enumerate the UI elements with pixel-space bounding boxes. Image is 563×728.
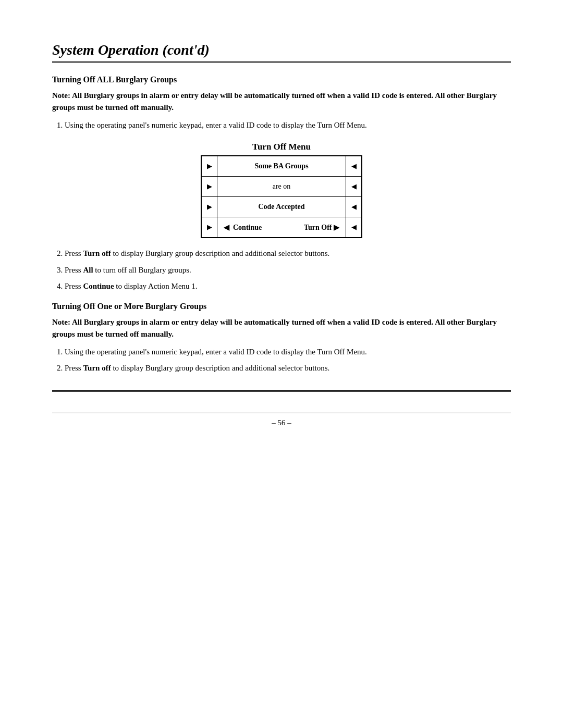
menu-row-content-1: Some BA Groups <box>217 159 346 173</box>
section2-note: Note: All Burglary groups in alarm or en… <box>52 316 511 340</box>
left-arrow-4: ▶ <box>202 217 217 237</box>
section1-note: Note: All Burglary groups in alarm or en… <box>52 90 511 113</box>
list-item: Using the operating panel's numeric keyp… <box>65 119 511 131</box>
list-item: Using the operating panel's numeric keyp… <box>65 346 511 358</box>
left-arrow-2: ▶ <box>202 177 217 196</box>
section1-steps: Using the operating panel's numeric keyp… <box>65 119 511 131</box>
menu-row-4: ▶ ◀ Continue Turn Off ▶ ◀ <box>202 217 361 237</box>
menu-bottom-content: ◀ Continue Turn Off ▶ <box>217 223 346 232</box>
turnoff-label: Turn Off ▶ <box>304 223 339 232</box>
double-rule <box>52 390 511 392</box>
menu-box: ▶ Some BA Groups ◀ ▶ are on ◀ ▶ Code Acc… <box>201 155 362 238</box>
left-arrow-3: ▶ <box>202 197 217 217</box>
list-item: Press Turn off to display Burglary group… <box>65 362 511 374</box>
right-arrow-4: ◀ <box>346 217 361 237</box>
menu-row-2: ▶ are on ◀ <box>202 177 361 197</box>
page-title: System Operation (cont'd) <box>52 42 511 63</box>
turn-off-menu: Turn Off Menu ▶ Some BA Groups ◀ ▶ are o… <box>52 142 511 238</box>
turn-off-menu-title: Turn Off Menu <box>52 142 511 152</box>
right-arrow-3: ◀ <box>346 197 361 217</box>
section2-steps: Using the operating panel's numeric keyp… <box>65 346 511 375</box>
list-item: Press Turn off to display Burglary group… <box>65 248 511 260</box>
left-arrow-1: ▶ <box>202 156 217 176</box>
section1-heading: Turning Off ALL Burglary Groups <box>52 75 511 84</box>
page-number: – 56 – <box>272 418 291 427</box>
menu-row-content-2: are on <box>217 180 346 193</box>
menu-row-1: ▶ Some BA Groups ◀ <box>202 156 361 177</box>
section1-steps-continued: Press Turn off to display Burglary group… <box>65 248 511 292</box>
continue-label: ◀ Continue <box>224 223 262 232</box>
list-item: Press Continue to display Action Menu 1. <box>65 280 511 292</box>
menu-row-content-3: Code Accepted <box>217 200 346 214</box>
right-arrow-2: ◀ <box>346 177 361 196</box>
section2-heading: Turning Off One or More Burglary Groups <box>52 302 511 311</box>
page-footer: – 56 – <box>52 413 511 427</box>
menu-row-3: ▶ Code Accepted ◀ <box>202 197 361 217</box>
list-item: Press All to turn off all Burglary group… <box>65 264 511 276</box>
right-arrow-1: ◀ <box>346 156 361 176</box>
